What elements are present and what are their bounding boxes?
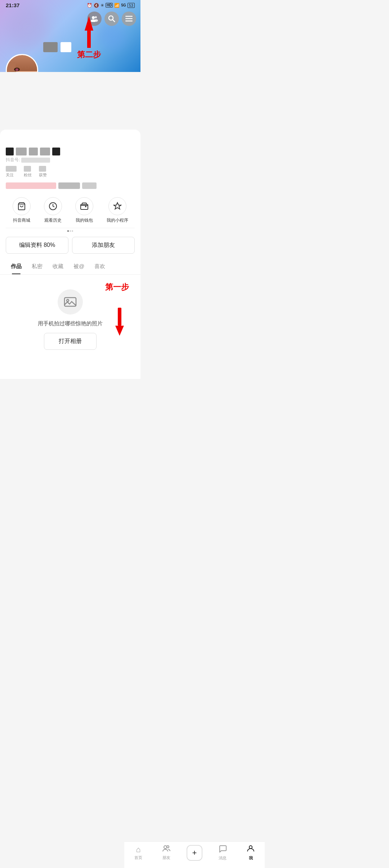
miniapp-label: 我的小程序: [107, 217, 128, 223]
avatar: [6, 54, 38, 72]
username-censor-3: [29, 148, 38, 155]
stat-label3: 获赞: [39, 172, 47, 178]
stat-num-censor: [6, 166, 17, 172]
dot-1: [67, 230, 69, 232]
edit-profile-button[interactable]: 编辑资料 80%: [6, 237, 68, 254]
menu-item-shop[interactable]: 抖音商城: [13, 197, 31, 223]
banner-blur-2: [97, 22, 126, 50]
arrow-down-annotation: [115, 308, 124, 336]
battery-icon: 53: [128, 3, 135, 8]
step2-label: 第二步: [77, 49, 101, 60]
id-row: 抖音号:: [6, 157, 135, 163]
tab-mentioned[interactable]: 被@: [68, 259, 89, 274]
scroll-dots: [6, 230, 135, 232]
username-row: [6, 148, 135, 155]
status-time: 21:37: [6, 2, 19, 8]
wallet-icon: [75, 197, 93, 215]
shop-icon: [13, 197, 31, 215]
hd-icon: HD: [106, 3, 113, 8]
signal5g-icon: 5G: [121, 3, 126, 7]
arrow-down-shaft: [118, 308, 121, 326]
censor-block-2: [61, 42, 71, 52]
id-censor: [21, 158, 50, 163]
status-icons: ⏰ 🔇 ✳ HD 📶 5G 53: [87, 3, 135, 8]
svg-rect-7: [125, 18, 133, 19]
history-icon: [44, 197, 62, 215]
content-area: 第一步 用手机拍过哪些惊艳的照片 打开相册: [6, 275, 135, 365]
username-censor-4: [40, 148, 50, 155]
arrow-down-head: [115, 326, 124, 336]
menu-item-wallet[interactable]: 我的钱包: [75, 197, 93, 223]
bio-censor-1: [6, 182, 56, 189]
mute-icon: 🔇: [94, 3, 99, 8]
stat-num-censor3: [39, 166, 46, 172]
stat-label: 关注: [6, 172, 17, 178]
signal-icon: 📶: [114, 3, 120, 8]
stat-label2: 粉丝: [24, 172, 32, 178]
profile-banner: 第二步: [0, 0, 140, 72]
content-tabs: 作品 私密 收藏 被@ 喜欢: [0, 259, 140, 275]
search-button[interactable]: [104, 12, 119, 26]
bottom-area: [0, 370, 140, 379]
menu-item-miniapp[interactable]: 我的小程序: [107, 197, 128, 223]
tab-favorites[interactable]: 收藏: [48, 259, 68, 274]
stat-following: 关注: [6, 166, 17, 178]
menu-item-history[interactable]: 观看历史: [44, 197, 62, 223]
dot-2: [70, 230, 71, 232]
id-label: 抖音号:: [6, 157, 20, 163]
add-friend-button[interactable]: 添加朋友: [72, 237, 135, 254]
avatar-image: [7, 55, 38, 72]
bio-censor-2: [58, 182, 80, 189]
action-buttons: 编辑资料 80% 添加朋友: [6, 237, 135, 254]
arrow-up-icon: [85, 16, 93, 31]
open-album-button[interactable]: 打开相册: [44, 333, 97, 350]
bio-censor-3: [82, 182, 97, 189]
svg-line-5: [113, 20, 115, 22]
username-censor-1: [6, 148, 14, 155]
svg-point-4: [109, 16, 113, 20]
avatar-eye-detail: [15, 68, 18, 71]
step1-label: 第一步: [105, 282, 129, 293]
miniapp-icon: [108, 197, 126, 215]
arrow-shaft: [87, 30, 91, 48]
svg-point-13: [67, 299, 69, 302]
status-bar: 21:37 ⏰ 🔇 ✳ HD 📶 5G 53: [0, 0, 140, 10]
empty-description: 用手机拍过哪些惊艳的照片: [38, 320, 103, 327]
username-censor-2: [16, 148, 27, 155]
empty-state-icon-wrap: [58, 289, 83, 315]
bluetooth-icon: ✳: [100, 3, 104, 8]
svg-rect-6: [125, 16, 133, 17]
stats-row: 关注 粉丝 获赞: [6, 166, 135, 178]
menu-button[interactable]: [122, 12, 136, 26]
username-censor-5: [52, 148, 60, 155]
step2-annotation: 第二步: [77, 16, 101, 60]
image-icon: [64, 295, 77, 308]
bio-row: [6, 181, 135, 190]
stat-num-censor2: [24, 166, 31, 172]
tab-works[interactable]: 作品: [6, 259, 27, 274]
svg-rect-8: [125, 21, 133, 22]
history-label: 观看历史: [44, 217, 62, 223]
dot-3: [72, 230, 73, 232]
svg-rect-12: [64, 298, 76, 306]
profile-card: 抖音号: 关注 粉丝 获赞: [0, 130, 140, 370]
stat-likes: 获赞: [39, 166, 47, 178]
stat-followers: 粉丝: [24, 166, 32, 178]
alarm-icon: ⏰: [87, 3, 92, 8]
wallet-label: 我的钱包: [76, 217, 93, 223]
censor-block-1: [43, 42, 58, 52]
step1-annotation: 第一步: [105, 282, 129, 293]
quick-menu: 抖音商城 观看历史 我的钱包: [6, 193, 135, 228]
shop-label: 抖音商城: [13, 217, 30, 223]
username-blocks: [43, 42, 71, 52]
tab-private[interactable]: 私密: [27, 259, 48, 274]
tab-liked[interactable]: 喜欢: [89, 259, 110, 274]
